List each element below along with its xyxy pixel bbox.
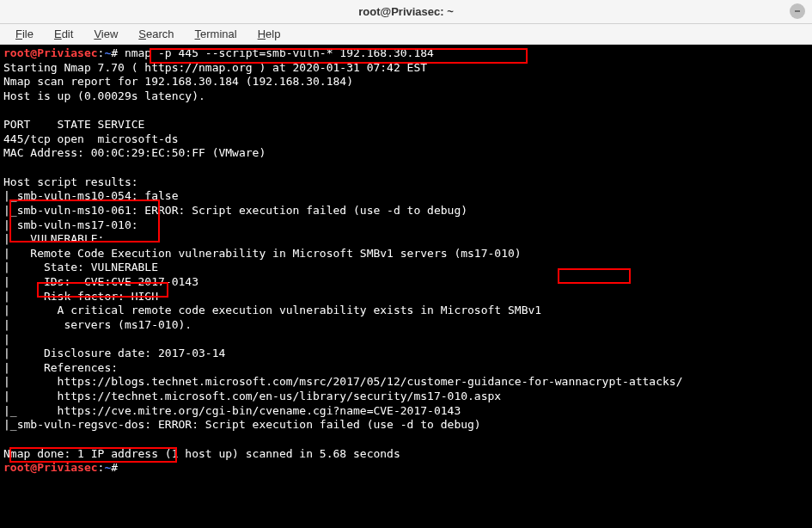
out-line: | https://blogs.technet.microsoft.com/ms… xyxy=(3,375,683,388)
out-line: PORT STATE SERVICE xyxy=(3,118,144,131)
terminal-body[interactable]: root@Priviasec:~# nmap -p 445 --script=s… xyxy=(0,45,812,528)
out-line: | A critical remote code execution vulne… xyxy=(3,304,541,316)
out-line: Starting Nmap 7.70 ( https://nmap.org ) … xyxy=(3,61,427,74)
out-line: | https://technet.microsoft.com/en-us/li… xyxy=(3,390,501,402)
terminal-window: root@Priviasec: ~ File Edit View Search … xyxy=(0,0,812,528)
out-line: | xyxy=(3,333,84,346)
minimize-button[interactable] xyxy=(790,3,805,19)
out-line: | smb-vuln-ms17-010: xyxy=(3,218,144,231)
titlebar[interactable]: root@Priviasec: ~ xyxy=(0,0,812,24)
menu-edit[interactable]: Edit xyxy=(46,26,82,42)
menu-view[interactable]: View xyxy=(85,26,126,42)
out-line: | Remote Code Execution vulnerability in… xyxy=(3,247,522,260)
window-title: root@Priviasec: ~ xyxy=(358,5,454,18)
out-line: |_ https://cve.mitre.org/cgi-bin/cvename… xyxy=(3,404,461,417)
cmd: nmap -p 445 --script=smb-vuln-* 192.168.… xyxy=(125,46,434,59)
out-line: | References: xyxy=(3,361,118,374)
prompt-hash: # xyxy=(111,461,118,474)
out-line: | Risk factor: HIGH xyxy=(3,290,158,303)
out-line: | servers (ms17-010). xyxy=(3,318,192,331)
out-line: Host is up (0.00029s latency). xyxy=(3,89,205,102)
menu-terminal[interactable]: Terminal xyxy=(186,26,246,42)
out-line: MAC Address: 00:0C:29:EC:50:FF (VMware) xyxy=(3,146,266,159)
out-line: |_smb-vuln-ms10-061: ERROR: Script execu… xyxy=(3,204,467,217)
window-controls xyxy=(790,3,805,19)
out-line: | Disclosure date: 2017-03-14 xyxy=(3,347,225,359)
out-line: | IDs: CVE:CVE-2017-0143 xyxy=(3,275,198,288)
minimize-icon xyxy=(793,7,802,15)
menu-search[interactable]: Search xyxy=(130,26,182,42)
prompt-user: root@Priviasec xyxy=(3,46,98,59)
menu-file[interactable]: File xyxy=(7,26,42,42)
menubar: File Edit View Search Terminal Help xyxy=(0,24,812,45)
out-line: |_smb-vuln-ms10-054: false xyxy=(3,189,179,202)
out-line: | State: VULNERABLE xyxy=(3,261,158,273)
out-line: | VULNERABLE: xyxy=(3,232,104,245)
out-line: |_smb-vuln-regsvc-dos: ERROR: Script exe… xyxy=(3,418,481,431)
prompt-user: root@Priviasec xyxy=(3,461,98,474)
prompt-hash: # xyxy=(111,46,118,59)
out-line: Nmap scan report for 192.168.30.184 (192… xyxy=(3,75,353,88)
out-line: Host script results: xyxy=(3,175,138,188)
out-line: 445/tcp open microsoft-ds xyxy=(3,132,179,145)
menu-help[interactable]: Help xyxy=(249,26,290,42)
out-line: Nmap done: 1 IP address (1 host up) scan… xyxy=(3,447,400,460)
